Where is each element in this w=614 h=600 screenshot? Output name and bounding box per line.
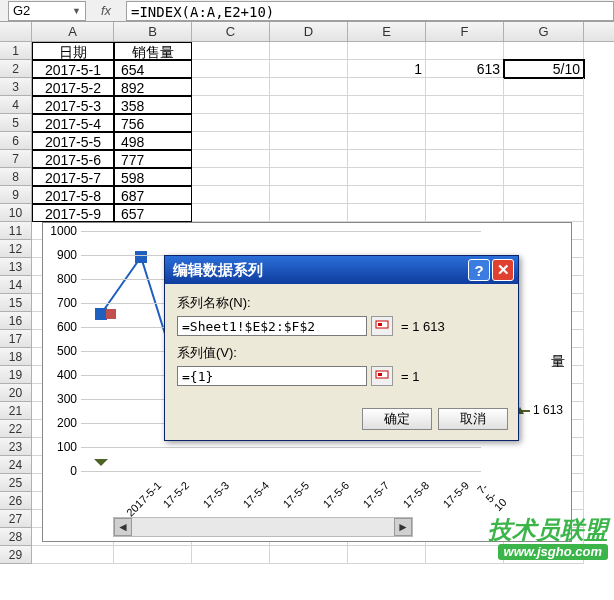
cell-C29[interactable] bbox=[192, 546, 270, 564]
cell-B4[interactable]: 358 bbox=[114, 96, 192, 114]
row-header[interactable]: 29 bbox=[0, 546, 32, 564]
cell-F6[interactable] bbox=[426, 132, 504, 150]
series-name-ref-button[interactable] bbox=[371, 316, 393, 336]
cell-F2[interactable]: 613 bbox=[426, 60, 504, 78]
row-header[interactable]: 27 bbox=[0, 510, 32, 528]
row-header[interactable]: 13 bbox=[0, 258, 32, 276]
row-header[interactable]: 26 bbox=[0, 492, 32, 510]
cell-A3[interactable]: 2017-5-2 bbox=[32, 78, 114, 96]
cell-E7[interactable] bbox=[348, 150, 426, 168]
series-values-ref-button[interactable] bbox=[371, 366, 393, 386]
cell-A10[interactable]: 2017-5-9 bbox=[32, 204, 114, 222]
cell-E8[interactable] bbox=[348, 168, 426, 186]
cell-F3[interactable] bbox=[426, 78, 504, 96]
series-values-input[interactable] bbox=[177, 366, 367, 386]
row-header[interactable]: 24 bbox=[0, 456, 32, 474]
cell-B9[interactable]: 687 bbox=[114, 186, 192, 204]
cell-E4[interactable] bbox=[348, 96, 426, 114]
cell-B10[interactable]: 657 bbox=[114, 204, 192, 222]
formula-input[interactable]: =INDEX(A:A,E2+10) bbox=[126, 1, 614, 21]
fx-label[interactable]: fx bbox=[86, 3, 126, 18]
cell-C7[interactable] bbox=[192, 150, 270, 168]
row-header[interactable]: 14 bbox=[0, 276, 32, 294]
cell-G6[interactable] bbox=[504, 132, 584, 150]
cell-E3[interactable] bbox=[348, 78, 426, 96]
cell-B1[interactable]: 销售量 bbox=[114, 42, 192, 60]
row-header[interactable]: 18 bbox=[0, 348, 32, 366]
cell-D7[interactable] bbox=[270, 150, 348, 168]
cell-E10[interactable] bbox=[348, 204, 426, 222]
row-header[interactable]: 10 bbox=[0, 204, 32, 222]
cell-G10[interactable] bbox=[504, 204, 584, 222]
row-header[interactable]: 3 bbox=[0, 78, 32, 96]
col-header-B[interactable]: B bbox=[114, 22, 192, 41]
cell-D8[interactable] bbox=[270, 168, 348, 186]
cell-F9[interactable] bbox=[426, 186, 504, 204]
cell-D10[interactable] bbox=[270, 204, 348, 222]
name-box-dropdown-icon[interactable]: ▼ bbox=[72, 6, 81, 16]
cell-C3[interactable] bbox=[192, 78, 270, 96]
cell-E6[interactable] bbox=[348, 132, 426, 150]
cell-D4[interactable] bbox=[270, 96, 348, 114]
col-header-D[interactable]: D bbox=[270, 22, 348, 41]
name-box[interactable]: G2 ▼ bbox=[8, 1, 86, 21]
cell-F7[interactable] bbox=[426, 150, 504, 168]
cell-C6[interactable] bbox=[192, 132, 270, 150]
cell-F4[interactable] bbox=[426, 96, 504, 114]
cell-D1[interactable] bbox=[270, 42, 348, 60]
cell-B3[interactable]: 892 bbox=[114, 78, 192, 96]
cell-G7[interactable] bbox=[504, 150, 584, 168]
cell-G5[interactable] bbox=[504, 114, 584, 132]
cell-C5[interactable] bbox=[192, 114, 270, 132]
row-header[interactable]: 8 bbox=[0, 168, 32, 186]
cell-A4[interactable]: 2017-5-3 bbox=[32, 96, 114, 114]
row-header[interactable]: 1 bbox=[0, 42, 32, 60]
cell-A8[interactable]: 2017-5-7 bbox=[32, 168, 114, 186]
col-header-F[interactable]: F bbox=[426, 22, 504, 41]
cell-F5[interactable] bbox=[426, 114, 504, 132]
cell-A9[interactable]: 2017-5-8 bbox=[32, 186, 114, 204]
col-header-C[interactable]: C bbox=[192, 22, 270, 41]
cell-B2[interactable]: 654 bbox=[114, 60, 192, 78]
cell-C10[interactable] bbox=[192, 204, 270, 222]
row-header[interactable]: 23 bbox=[0, 438, 32, 456]
cell-E9[interactable] bbox=[348, 186, 426, 204]
row-header[interactable]: 15 bbox=[0, 294, 32, 312]
cell-A6[interactable]: 2017-5-5 bbox=[32, 132, 114, 150]
cell-F8[interactable] bbox=[426, 168, 504, 186]
cell-D6[interactable] bbox=[270, 132, 348, 150]
ok-button[interactable]: 确定 bbox=[362, 408, 432, 430]
cell-D5[interactable] bbox=[270, 114, 348, 132]
cell-B29[interactable] bbox=[114, 546, 192, 564]
cell-D3[interactable] bbox=[270, 78, 348, 96]
col-header-G[interactable]: G bbox=[504, 22, 584, 41]
cell-D2[interactable] bbox=[270, 60, 348, 78]
cell-B7[interactable]: 777 bbox=[114, 150, 192, 168]
row-header[interactable]: 19 bbox=[0, 366, 32, 384]
cell-A1[interactable]: 日期 bbox=[32, 42, 114, 60]
row-header[interactable]: 2 bbox=[0, 60, 32, 78]
cell-A5[interactable]: 2017-5-4 bbox=[32, 114, 114, 132]
cell-G3[interactable] bbox=[504, 78, 584, 96]
cell-G1[interactable] bbox=[504, 42, 584, 60]
cell-A7[interactable]: 2017-5-6 bbox=[32, 150, 114, 168]
cell-A29[interactable] bbox=[32, 546, 114, 564]
dialog-close-button[interactable]: ✕ bbox=[492, 259, 514, 281]
dialog-titlebar[interactable]: 编辑数据系列 ? ✕ bbox=[165, 256, 518, 284]
row-header[interactable]: 9 bbox=[0, 186, 32, 204]
cell-C4[interactable] bbox=[192, 96, 270, 114]
row-header[interactable]: 11 bbox=[0, 222, 32, 240]
cell-D9[interactable] bbox=[270, 186, 348, 204]
select-all-corner[interactable] bbox=[0, 22, 32, 41]
row-header[interactable]: 16 bbox=[0, 312, 32, 330]
cell-E29[interactable] bbox=[348, 546, 426, 564]
series-name-input[interactable] bbox=[177, 316, 367, 336]
cell-E1[interactable] bbox=[348, 42, 426, 60]
cell-G9[interactable] bbox=[504, 186, 584, 204]
col-header-E[interactable]: E bbox=[348, 22, 426, 41]
row-header[interactable]: 5 bbox=[0, 114, 32, 132]
cell-E2[interactable]: 1 bbox=[348, 60, 426, 78]
cell-G8[interactable] bbox=[504, 168, 584, 186]
cell-C9[interactable] bbox=[192, 186, 270, 204]
cell-B6[interactable]: 498 bbox=[114, 132, 192, 150]
